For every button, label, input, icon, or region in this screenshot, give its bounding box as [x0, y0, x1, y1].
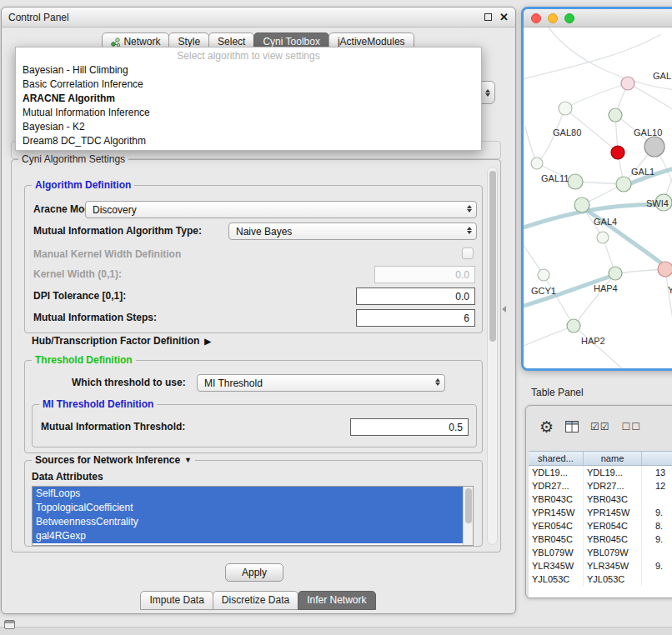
algorithm-option[interactable]: Bayesian - Hill Climbing — [16, 63, 481, 78]
mi-threshold-group-title: MI Threshold Definition — [39, 398, 157, 410]
table-panel-window: ⚙ ☑☑ ☐☐ shared...name YDL19...YDL19...13… — [525, 405, 672, 598]
algorithm-option[interactable]: Basic Correlation Inference — [16, 78, 481, 92]
minimize-traffic-light-icon[interactable] — [548, 13, 558, 23]
table-row[interactable]: YDR27...YDR27...12 — [529, 479, 672, 492]
tab-impute-data[interactable]: Impute Data — [140, 591, 213, 610]
network-node-label: GCY1 — [531, 286, 556, 296]
sources-group-title: Sources for Network Inference — [35, 454, 180, 466]
network-node[interactable] — [574, 198, 589, 212]
network-node[interactable] — [568, 174, 583, 189]
network-node-label: Y — [668, 285, 672, 295]
table-cell: YJL053C — [584, 572, 642, 586]
mi-steps-field[interactable]: 6 — [356, 309, 475, 327]
attribute-item[interactable]: BetweennessCentrality — [33, 515, 473, 529]
minimized-panel-icon[interactable] — [4, 620, 15, 629]
algorithm-option[interactable]: ARACNE Algorithm — [16, 92, 481, 106]
settings-scrollbar[interactable] — [487, 167, 498, 545]
column-header[interactable]: name — [584, 452, 642, 465]
columns-icon[interactable] — [565, 421, 579, 432]
scrollbar-thumb[interactable] — [465, 488, 472, 523]
tab-discretize-data[interactable]: Discretize Data — [213, 591, 298, 610]
network-canvas[interactable]: GALGAL80GAL10GAL11GAL1SWI4GAL4GCY1HAP4HA… — [524, 28, 672, 368]
bottom-tab-bar: Impute DataDiscretize DataInfer Network — [2, 591, 515, 610]
attribute-item[interactable]: TopologicalCoefficient — [33, 501, 473, 515]
column-header[interactable]: shared... — [529, 452, 584, 465]
table-cell: 9. — [642, 559, 672, 572]
table-cell: YDR27... — [529, 479, 584, 492]
zoom-traffic-light-icon[interactable] — [564, 13, 574, 23]
tab-infer-network[interactable]: Infer Network — [298, 591, 375, 610]
manual-kernel-checkbox[interactable] — [462, 248, 474, 259]
algorithm-option[interactable]: Dream8 DC_TDC Algorithm — [16, 134, 481, 148]
panel-splitter-arrow[interactable] — [502, 306, 506, 312]
apply-button[interactable]: Apply — [225, 563, 283, 582]
close-traffic-light-icon[interactable] — [531, 13, 541, 23]
attribute-item[interactable]: gal4RGexp — [33, 529, 473, 543]
network-node-label: GAL80 — [553, 128, 581, 138]
table-row[interactable]: YBR043CYBR043C — [529, 492, 672, 506]
network-node[interactable] — [609, 108, 622, 122]
expand-right-arrow-icon: ▶ — [204, 337, 211, 346]
dpi-tolerance-field[interactable]: 0.0 — [356, 288, 475, 305]
tab-label: Cyni Toolbox — [263, 36, 319, 48]
table-cell: 12 — [642, 479, 672, 492]
mi-threshold-value: 0.5 — [449, 422, 463, 433]
scrollbar-thumb[interactable] — [489, 171, 496, 342]
table-cell — [642, 546, 672, 559]
network-node[interactable] — [621, 77, 634, 90]
table-row[interactable]: YBR045CYBR045C9. — [529, 532, 672, 546]
network-node[interactable] — [559, 102, 572, 115]
mi-threshold-field[interactable]: 0.5 — [350, 418, 469, 436]
table-row[interactable]: YJL053CYJL053C — [529, 572, 672, 586]
network-node[interactable] — [658, 262, 672, 277]
table-cell: YER054C — [584, 519, 642, 532]
which-threshold-select[interactable]: MI Threshold — [197, 374, 445, 392]
table-body: YDL19...YDL19...13YDR27...YDR27...12YBR0… — [529, 466, 672, 586]
stepper-icon — [485, 89, 490, 97]
table-cell: YJL053C — [529, 572, 584, 586]
sources-group-title-row[interactable]: Sources for Network Inference ▼ — [32, 454, 195, 466]
algorithm-option[interactable]: Mutual Information Inference — [16, 106, 481, 120]
attribute-list-scrollbar[interactable] — [463, 487, 473, 545]
status-bar — [0, 627, 672, 635]
network-node[interactable] — [538, 269, 549, 281]
checked-boxes-icon[interactable]: ☑☑ — [590, 421, 610, 432]
table-row[interactable]: YER054CYER054C8. — [529, 519, 672, 532]
algorithm-popup-placeholder: Select algorithm to view settings — [16, 48, 481, 63]
sources-group: Sources for Network Inference ▼ Data Att… — [24, 460, 483, 547]
float-window-icon[interactable] — [484, 13, 492, 21]
network-edge — [665, 269, 672, 324]
table-cell: YDL19... — [584, 466, 642, 479]
mi-type-select[interactable]: Naive Bayes — [228, 222, 477, 240]
network-node[interactable] — [597, 232, 609, 243]
algorithm-option[interactable]: Bayesian - K2 — [16, 120, 481, 134]
network-edge — [549, 28, 672, 91]
network-node[interactable] — [531, 158, 543, 169]
network-node[interactable] — [644, 137, 664, 157]
network-view-window: GALGAL80GAL10GAL11GAL1SWI4GAL4GCY1HAP4HA… — [521, 7, 672, 371]
close-window-icon[interactable]: ✕ — [499, 12, 509, 22]
stepper-icon — [435, 378, 440, 386]
hub-definition-expander[interactable]: Hub/Transcription Factor Definition ▶ — [32, 335, 211, 347]
table-row[interactable]: YPR145WYPR145W9. — [529, 506, 672, 519]
unchecked-boxes-icon[interactable]: ☐☐ — [622, 421, 642, 432]
table-row[interactable]: YLR345WYLR345W9. — [529, 559, 672, 572]
stepper-icon — [467, 227, 472, 234]
which-threshold-row: Which threshold to use: MI Threshold — [25, 374, 482, 392]
table-cell: YDL19... — [529, 466, 584, 479]
network-edge — [524, 326, 574, 346]
table-cell: YER054C — [529, 519, 584, 532]
network-node[interactable] — [611, 146, 624, 159]
aracne-mode-select[interactable]: Discovery — [85, 201, 477, 218]
table-toolbar: ⚙ ☑☑ ☐☐ — [526, 406, 672, 448]
kernel-width-field[interactable]: 0.0 — [374, 266, 475, 283]
table-row[interactable]: YBL079WYBL079W — [529, 546, 672, 559]
network-window-titlebar — [524, 9, 672, 28]
network-node[interactable] — [567, 319, 580, 332]
attribute-item[interactable]: SelfLoops — [33, 487, 473, 501]
network-node[interactable] — [616, 177, 631, 192]
column-header[interactable] — [642, 452, 672, 465]
network-node[interactable] — [609, 267, 622, 280]
gear-icon[interactable]: ⚙ — [539, 418, 554, 437]
table-row[interactable]: YDL19...YDL19...13 — [529, 466, 672, 479]
